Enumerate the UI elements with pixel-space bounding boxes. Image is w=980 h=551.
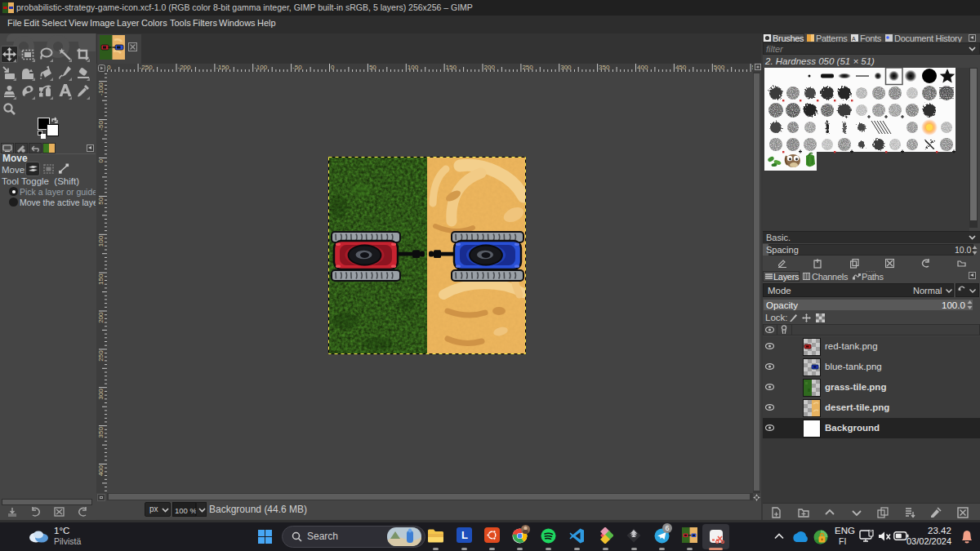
svg-text:400: 400 — [637, 64, 648, 71]
svg-text:300: 300 — [97, 389, 105, 400]
svg-text:100: 100 — [97, 235, 105, 247]
svg-text:350: 350 — [599, 64, 610, 71]
svg-text:-250: -250 — [140, 64, 154, 71]
svg-text:-50: -50 — [97, 121, 105, 131]
svg-text:-150: -150 — [216, 64, 229, 71]
svg-text:0: 0 — [107, 64, 111, 71]
svg-text:300: 300 — [560, 64, 572, 71]
svg-text:0: 0 — [331, 64, 335, 71]
svg-text:200: 200 — [97, 312, 105, 323]
svg-text:0: 0 — [97, 158, 105, 162]
svg-text:550: 550 — [752, 64, 753, 71]
svg-text:150: 150 — [446, 64, 457, 71]
svg-text:-200: -200 — [178, 64, 192, 71]
svg-text:350: 350 — [97, 427, 105, 438]
svg-text:50: 50 — [97, 197, 105, 204]
svg-text:100: 100 — [408, 64, 419, 71]
svg-text:-100: -100 — [254, 64, 268, 71]
svg-text:50: 50 — [369, 64, 376, 71]
svg-text:400: 400 — [97, 464, 105, 476]
svg-text:A: A — [852, 36, 856, 42]
svg-text:200: 200 — [484, 64, 496, 71]
svg-text:-100: -100 — [97, 82, 105, 96]
svg-text:250: 250 — [522, 64, 533, 71]
svg-text:500: 500 — [714, 64, 725, 71]
svg-text:150: 150 — [97, 273, 105, 285]
svg-text:250: 250 — [97, 350, 105, 362]
svg-text:-50: -50 — [292, 64, 302, 71]
svg-text:450: 450 — [675, 64, 687, 71]
